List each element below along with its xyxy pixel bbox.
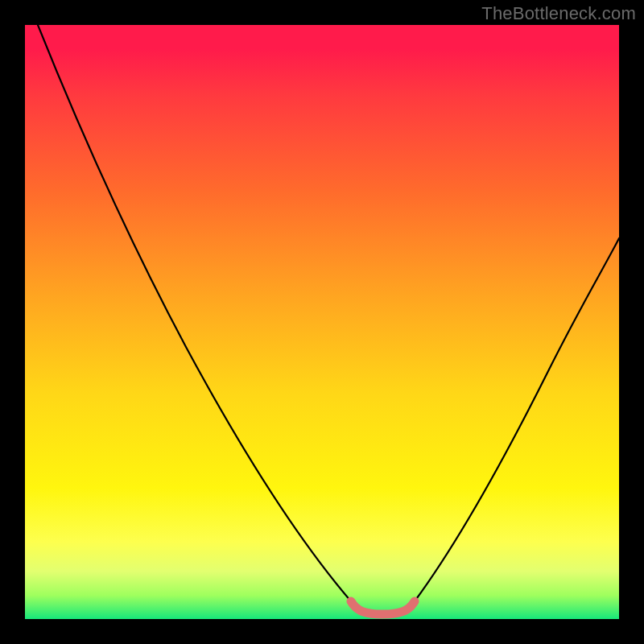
bottom-band — [351, 601, 415, 614]
left-curve — [38, 25, 351, 601]
chart-frame: TheBottleneck.com — [0, 0, 644, 644]
curve-overlay — [25, 25, 619, 619]
right-curve — [415, 238, 619, 601]
plot-area — [25, 25, 619, 619]
watermark-text: TheBottleneck.com — [481, 3, 636, 24]
